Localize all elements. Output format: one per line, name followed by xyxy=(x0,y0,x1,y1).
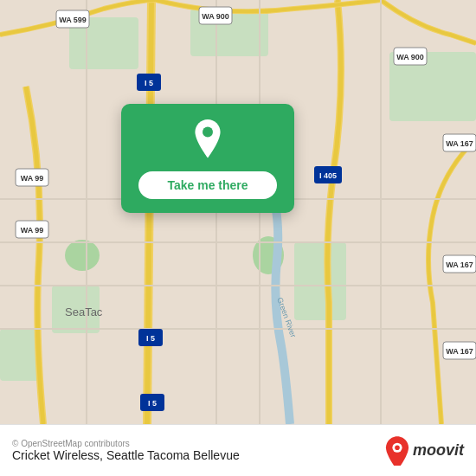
moovit-pin-icon xyxy=(385,436,409,466)
svg-text:I 5: I 5 xyxy=(148,399,157,408)
map-container: WA 599 WA 900 WA 900 I 5 I 5 I 5 I 405 W… xyxy=(0,0,476,424)
svg-text:WA 900: WA 900 xyxy=(396,53,424,61)
svg-text:WA 99: WA 99 xyxy=(21,226,44,235)
location-name: Cricket Wireless, Seattle Tacoma Bellevu… xyxy=(12,448,240,462)
location-pin-icon xyxy=(187,119,228,161)
svg-text:I 5: I 5 xyxy=(145,79,153,87)
location-card: Take me there xyxy=(121,104,294,213)
svg-point-43 xyxy=(203,127,213,138)
moovit-logo: moovit xyxy=(385,436,464,466)
svg-text:WA 167: WA 167 xyxy=(446,261,473,269)
bottom-text: © OpenStreetMap contributors Cricket Wir… xyxy=(12,439,240,462)
svg-text:WA 99: WA 99 xyxy=(21,174,44,183)
copyright-text: © OpenStreetMap contributors xyxy=(12,439,240,448)
bottom-bar: © OpenStreetMap contributors Cricket Wir… xyxy=(0,424,476,476)
svg-text:WA 167: WA 167 xyxy=(446,347,473,356)
take-me-there-button[interactable]: Take me there xyxy=(138,171,277,199)
svg-text:WA 167: WA 167 xyxy=(446,139,473,148)
svg-text:I 405: I 405 xyxy=(319,171,337,180)
svg-text:WA 599: WA 599 xyxy=(59,16,87,24)
svg-text:WA 900: WA 900 xyxy=(202,12,229,21)
moovit-brand-text: moovit xyxy=(413,441,464,460)
svg-point-8 xyxy=(65,240,100,271)
svg-text:I 5: I 5 xyxy=(146,334,155,343)
svg-text:SeaTac: SeaTac xyxy=(65,306,103,318)
svg-rect-5 xyxy=(0,329,39,381)
svg-rect-3 xyxy=(294,242,346,320)
svg-point-45 xyxy=(395,445,400,450)
